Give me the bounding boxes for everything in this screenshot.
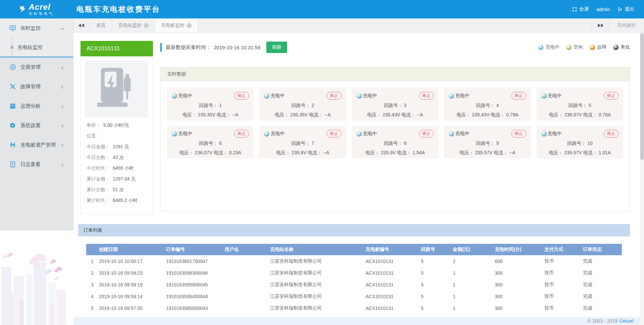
column-header-充电站名称: 充电站名称 bbox=[270, 244, 366, 255]
table-row: 52019-10-16 09:57:351910163585500043江苏安科… bbox=[86, 302, 622, 314]
table-row: 42019-10-16 09:59:141910163595400044江苏安科… bbox=[86, 290, 622, 302]
stat-line: 今日时长：6455 小时 bbox=[87, 165, 147, 171]
terminate-button[interactable]: 终止 bbox=[327, 92, 341, 100]
cell-用户名 bbox=[225, 279, 270, 290]
status-sphere-icon bbox=[590, 45, 595, 50]
realtime-data-panel: 实时数据 充电中终止回路号： 1电压： 235.35V 电流： --A充电中终止… bbox=[160, 67, 630, 212]
terminate-button[interactable]: 终止 bbox=[604, 92, 619, 100]
terminate-button[interactable]: 终止 bbox=[327, 130, 341, 138]
fullscreen-button[interactable]: 全屏 bbox=[570, 5, 591, 14]
log-icon bbox=[9, 161, 16, 168]
charging-pile-icon bbox=[97, 66, 137, 113]
sidebar-item-实时监控[interactable]: 实时监控 bbox=[0, 18, 73, 38]
cell-创建日期: 2019-10-16 09:59:14 bbox=[99, 290, 166, 302]
circuit-number: 回路号： 1 bbox=[172, 103, 249, 109]
cell-用户名 bbox=[225, 290, 270, 302]
logo-text: Acrel bbox=[29, 3, 54, 11]
terminate-button[interactable]: 终止 bbox=[419, 92, 434, 100]
tabs-scroll-left-button[interactable] bbox=[73, 18, 90, 32]
chevron-left-icon bbox=[60, 143, 64, 147]
tabs-scroll-right-button[interactable] bbox=[592, 18, 609, 32]
cell-充电桩编号: ACX1010131 bbox=[366, 267, 421, 279]
stat-value: 5.00 小时/元 bbox=[103, 122, 129, 128]
sidebar-item-系统设置[interactable]: 系统设置 bbox=[0, 116, 73, 135]
chevron-down-icon bbox=[60, 26, 64, 30]
charging-status-sphere-icon bbox=[264, 131, 269, 137]
cell-回路号: 5 bbox=[421, 302, 453, 314]
circuit-card-top: 充电中终止 bbox=[541, 92, 619, 100]
legend-离线: 离线 bbox=[613, 44, 630, 50]
tab-充电桩监控[interactable]: 充电桩监控× bbox=[155, 18, 198, 32]
status-sphere-icon bbox=[538, 45, 543, 50]
terminate-button[interactable]: 终止 bbox=[512, 130, 526, 138]
stat-line: 位置： bbox=[87, 133, 147, 139]
circuit-voltage-current: 电压： 236.07V 电流： 0.78A bbox=[541, 112, 619, 118]
acrel-link[interactable]: ©Acrel bbox=[619, 318, 633, 324]
circuit-card-6: 充电中终止回路号： 6电压： 236.07V 电流： 0.23A bbox=[167, 126, 254, 158]
cell-订单状态: 完成 bbox=[583, 302, 622, 314]
cell-充电桩编号: ACX1010131 bbox=[366, 290, 421, 302]
order-list-section: 订单列表 创建日期订单编号用户名充电站名称充电桩编号回路号金额(元)充电时间(分… bbox=[78, 224, 630, 314]
table-row: 32019-10-16 09:59:191910163595900045江苏安科… bbox=[86, 279, 622, 290]
circuit-voltage-current: 电压： 236.07V 电流： 0.23A bbox=[172, 150, 249, 156]
copyright-text: © 2003 - 2019 bbox=[588, 318, 618, 324]
charging-status-sphere-icon bbox=[541, 93, 547, 99]
terminate-button[interactable]: 终止 bbox=[604, 130, 619, 138]
stat-line: 累计时长：6485.2 小时 bbox=[87, 198, 147, 204]
tab-首页[interactable]: 首页 bbox=[90, 18, 112, 32]
cell-订单状态: 完成 bbox=[583, 255, 622, 267]
circuit-card-grid: 充电中终止回路号： 1电压： 235.35V 电流： --A充电中终止回路号： … bbox=[167, 88, 623, 158]
cell-充电站名称: 江苏安科瑞制造有限公司 bbox=[270, 279, 366, 290]
stat-label: 今日时长： bbox=[87, 165, 110, 171]
column-header-订单编号: 订单编号 bbox=[166, 244, 225, 255]
realtime-monitor-section: 最新数据采集时间： 2019-10-16 10:31:59 刷新 充电中空闲故障… bbox=[160, 41, 630, 212]
vertical-scrollbar[interactable] bbox=[640, 33, 644, 325]
cell-订单编号: 1910163601700047 bbox=[166, 255, 225, 267]
charging-status-sphere-icon bbox=[541, 131, 547, 137]
cell-订单编号: 1910163585500043 bbox=[166, 302, 225, 314]
terminate-button[interactable]: 终止 bbox=[419, 130, 434, 138]
tab-close-icon[interactable]: × bbox=[187, 23, 192, 28]
sidebar-item-故障管理[interactable]: 故障管理 bbox=[0, 77, 73, 96]
sidebar-item-日志查看[interactable]: 日志查看 bbox=[0, 155, 73, 174]
circuit-voltage-current: 电压： 235.57V 电流： 1.31A bbox=[541, 150, 619, 156]
circuit-status-label: 充电中 bbox=[178, 93, 192, 99]
order-table: 创建日期订单编号用户名充电站名称充电桩编号回路号金额(元)充电时间(分)支付方式… bbox=[86, 244, 622, 314]
logout-button[interactable]: 退出 bbox=[615, 5, 637, 14]
circuit-status-label: 充电中 bbox=[270, 131, 284, 137]
cell-订单编号: 1910163596300046 bbox=[166, 267, 225, 279]
scrollbar-thumb[interactable] bbox=[640, 33, 644, 160]
column-header-充电时间(分): 充电时间(分) bbox=[495, 244, 544, 255]
logout-label: 退出 bbox=[625, 6, 635, 12]
fullscreen-icon bbox=[572, 7, 577, 12]
terminate-button[interactable]: 终止 bbox=[512, 92, 526, 100]
close-operations-button[interactable]: 关闭操作 bbox=[609, 18, 644, 32]
legend-label: 离线 bbox=[621, 44, 630, 50]
stat-line: 今日金额：1291 元 bbox=[87, 144, 147, 150]
sidebar-subitem-充电站监控[interactable]: 充电站监控 bbox=[0, 38, 73, 57]
cell-创建日期: 2019-10-16 10:00:17 bbox=[99, 255, 166, 267]
username[interactable]: admin bbox=[594, 5, 612, 13]
sidebar-item-充电桩资产管理[interactable]: 充电桩资产管理 bbox=[0, 135, 73, 155]
cell-金额(元): 1 bbox=[453, 302, 495, 314]
index-column-header bbox=[86, 244, 99, 255]
terminate-button[interactable]: 终止 bbox=[234, 92, 249, 100]
tab-充电站监控[interactable]: 充电站监控× bbox=[112, 18, 155, 32]
terminate-button[interactable]: 终止 bbox=[234, 130, 249, 138]
tab-label: 充电桩监控 bbox=[161, 22, 184, 29]
cell-支付方式: 投币 bbox=[544, 255, 583, 267]
sidebar-item-交易管理[interactable]: 交易管理 bbox=[0, 57, 73, 77]
cell-充电时间(分): 300 bbox=[495, 267, 544, 279]
column-header-金额(元): 金额(元) bbox=[453, 244, 495, 255]
legend-故障: 故障 bbox=[590, 44, 606, 50]
tab-label: 首页 bbox=[96, 22, 106, 29]
circuit-number: 回路号： 5 bbox=[541, 103, 619, 109]
circuit-status-label: 充电中 bbox=[363, 131, 377, 137]
refresh-button[interactable]: 刷新 bbox=[266, 42, 287, 53]
circuit-card-10: 充电中终止回路号： 10电压： 235.57V 电流： 1.31A bbox=[537, 126, 623, 158]
tab-close-icon[interactable]: × bbox=[144, 23, 149, 28]
sidebar-item-运营分析[interactable]: 运营分析 bbox=[0, 96, 73, 116]
asset-icon bbox=[9, 142, 16, 148]
cell-支付方式: 投币 bbox=[544, 290, 583, 302]
acrel-logo: Acrel 安科瑞电气 bbox=[0, 3, 73, 15]
